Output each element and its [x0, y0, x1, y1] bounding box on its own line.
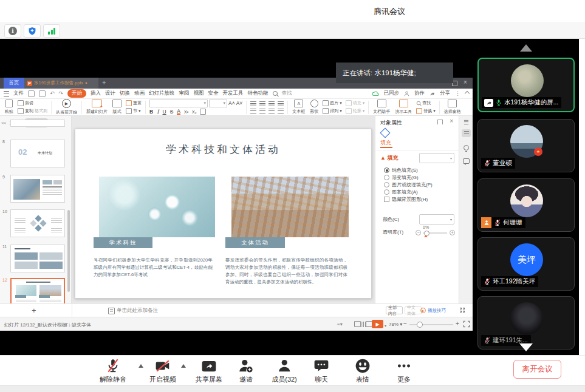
menu-file[interactable]: 文件 [13, 90, 24, 97]
shape-button[interactable]: 形状 [307, 100, 321, 115]
menu-find[interactable]: 查找 [282, 90, 292, 97]
bold-button[interactable]: B [149, 109, 153, 115]
menu-transition[interactable]: 切换 [120, 90, 130, 97]
grid-layout-icon[interactable] [460, 308, 465, 313]
font-color-button[interactable]: A [177, 109, 180, 115]
design-ideas-icon[interactable] [462, 144, 471, 152]
synced-label[interactable]: 已同步 [384, 90, 400, 97]
replace-button[interactable]: 替换 ▾ [416, 108, 436, 114]
collapse-ribbon-icon[interactable] [465, 91, 470, 96]
menu-animation[interactable]: 动画 [134, 90, 145, 97]
chat-button[interactable]: 聊天 [313, 358, 329, 384]
wps-document-tab[interactable]: P 水191班委工作报告.pptx • [24, 78, 98, 89]
play-options-caret[interactable]: ▾ [385, 323, 386, 328]
present-tools-button[interactable]: 演示工具 [392, 100, 414, 115]
collapse-panel-button[interactable]: << [1, 120, 5, 126]
justify-icon[interactable] [250, 109, 256, 113]
hamburger-icon[interactable] [4, 91, 9, 96]
menu-design[interactable]: 设计 [105, 90, 115, 97]
zoom-level[interactable]: 78% ▾ [389, 322, 402, 327]
pin-icon[interactable] [437, 120, 443, 124]
more-menu-icon[interactable]: ⋮ [455, 90, 460, 96]
participant-tile[interactable]: 美坪 环工192隋美坪 [477, 237, 575, 291]
invite-button[interactable]: 邀请 [238, 358, 254, 384]
wps-close-icon[interactable]: × [464, 79, 467, 86]
wps-home-tab[interactable]: 首页 [4, 78, 24, 89]
zoom-slider[interactable] [409, 324, 453, 325]
layout-button[interactable]: 版式 [110, 100, 124, 115]
menu-home[interactable]: 开始 [67, 89, 86, 98]
shrink-font-button[interactable]: A˅ [236, 100, 243, 106]
slide-thumb-12-current[interactable] [10, 278, 65, 306]
transparency-plus-button[interactable]: + [450, 230, 455, 235]
menu-review[interactable]: 审阅 [179, 90, 190, 97]
unmute-button[interactable]: 解除静音 [100, 358, 126, 384]
slide-thumb-partial[interactable] [10, 120, 65, 127]
number-list-icon[interactable] [259, 109, 265, 113]
template-name[interactable]: 2_默认设计模板 [32, 322, 67, 328]
color-dropdown[interactable]: ▾ [419, 214, 454, 225]
grow-font-button[interactable]: A˄ [228, 100, 235, 106]
slide-thumb-9[interactable] [10, 175, 65, 203]
menu-view[interactable]: 视图 [194, 90, 204, 97]
cut-button[interactable]: 剪切 [18, 100, 47, 106]
fill-tab[interactable]: 填充 [380, 139, 391, 147]
members-button[interactable]: 成员(32) [272, 358, 297, 384]
menu-insert[interactable]: 插入 [91, 90, 101, 97]
find-button[interactable]: 查找 [416, 100, 436, 106]
close-panel-icon[interactable]: × [450, 118, 453, 124]
slide-thumb-11[interactable] [10, 245, 65, 272]
participant-tile[interactable]: ★ 董业硕 [477, 119, 575, 172]
share-screen-button[interactable]: 共享屏幕 [196, 358, 222, 384]
paste-button[interactable]: 粘贴 [2, 100, 16, 115]
share-label[interactable]: 分享 [440, 90, 450, 97]
security-button[interactable] [24, 24, 41, 38]
outline-button[interactable]: 轮廓 ▾ [346, 108, 365, 114]
checkbox-hide-background[interactable]: 隐藏背景图形(H) [384, 196, 428, 203]
scroll-participants-down-button[interactable] [519, 343, 533, 351]
scroll-participants-up-button[interactable] [520, 44, 532, 52]
transparency-minus-button[interactable]: − [416, 230, 421, 235]
selection-pane-button[interactable]: 选择窗格 [442, 100, 464, 115]
radio-pattern-fill[interactable]: 图案填充(A) [384, 189, 418, 195]
collaborate-label[interactable]: 协作 [414, 90, 425, 97]
undo-icon[interactable]: ↶ [50, 90, 55, 96]
network-button[interactable] [43, 24, 60, 38]
reset-button[interactable]: 重置 [126, 100, 142, 106]
meeting-info-button[interactable]: i [4, 24, 21, 38]
redo-icon[interactable]: ↷ [59, 90, 64, 96]
arrange-button[interactable]: 排列 ▾ [323, 108, 342, 114]
notes-placeholder[interactable]: 单击此处添加备注 [117, 307, 158, 314]
notes-toggle-icon[interactable]: ≡▾ [337, 322, 343, 327]
zoom-out-button[interactable]: − [403, 320, 407, 327]
object-properties-tab-icon[interactable] [462, 129, 471, 137]
strikethrough-button[interactable]: S [170, 109, 174, 115]
radio-gradient-fill[interactable]: 渐变填充(G) [384, 174, 419, 181]
more-button[interactable]: 更多 [396, 358, 412, 384]
radio-solid-fill[interactable]: 纯色填充(S) [384, 167, 418, 174]
clear-format-icon[interactable] [200, 109, 206, 115]
align-right-icon[interactable] [269, 101, 275, 106]
superscript-button[interactable]: X² [184, 110, 188, 114]
format-painter-button[interactable]: 格式刷 [35, 108, 47, 114]
leave-meeting-button[interactable]: 离开会议 [513, 360, 561, 379]
subscript-button[interactable]: X₂ [192, 110, 196, 114]
bullet-list-icon[interactable] [278, 101, 284, 106]
align-center-icon[interactable] [259, 101, 265, 106]
search-icon[interactable] [273, 91, 278, 96]
new-document-tab-button[interactable]: + [102, 79, 106, 86]
save-icon[interactable] [28, 90, 35, 97]
font-size-select[interactable]: ▾ [209, 100, 227, 107]
italic-button[interactable]: I [157, 109, 159, 115]
copy-button[interactable]: 复制 [18, 108, 33, 114]
doc-assistant-button[interactable]: 文档助手 [371, 100, 392, 115]
indent-icon[interactable] [269, 109, 275, 113]
thumbnail-scrollbar[interactable] [67, 210, 70, 292]
slide-thumb-10[interactable] [10, 209, 65, 237]
language-button[interactable]: 中文简体 [405, 306, 422, 314]
video-options-caret[interactable] [181, 364, 186, 368]
current-slide[interactable]: 学术科技和文体活动 学术科技 文体活动 号召同学们积极参加大学生学科竞赛，并争取… [75, 129, 372, 299]
print-icon[interactable] [39, 90, 46, 97]
menu-slideshow[interactable]: 幻灯片放映 [149, 90, 175, 97]
zoom-in-button[interactable]: + [456, 320, 459, 327]
